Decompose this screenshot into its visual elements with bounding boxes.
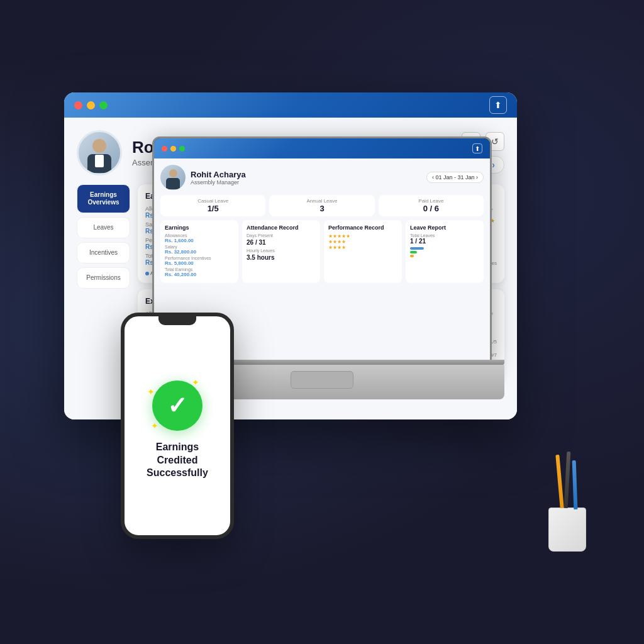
laptop-attendance-card: Attendance Record Days Present 26 / 31 H…: [242, 220, 320, 283]
laptop-leave-bars: [410, 247, 479, 257]
laptop-close-dot: [162, 146, 167, 152]
sidebar-item-earnings[interactable]: Earnings Overviews: [77, 184, 130, 213]
sparkle-icon: ✦: [192, 377, 199, 387]
window-controls: [74, 101, 108, 109]
close-dot[interactable]: [74, 101, 82, 109]
laptop-maximize-dot: [179, 146, 185, 152]
phone-content: ✓ ✦ ✦ ✦ EarningsCreditedSuccessfully: [125, 325, 230, 535]
sidebar-item-incentives[interactable]: Incentives: [77, 242, 130, 264]
laptop-profile-left: Rohit Acharya Assembly Manager: [160, 165, 246, 190]
list-item: Allowances Rs. 1,600.00: [165, 233, 234, 243]
laptop-share-icon: ⬆: [472, 143, 482, 153]
list-item: Casual Leave 1/5: [160, 195, 265, 216]
laptop-titlebar: ⬆: [154, 138, 490, 158]
laptop-performance-card: Performance Record ★★★★★ ★★★★ ★★★★: [324, 220, 402, 283]
phone: ✓ ✦ ✦ ✦ EarningsCreditedSuccessfully: [121, 313, 234, 539]
sidebar-item-leaves[interactable]: Leaves: [77, 217, 130, 238]
sparkle-icon: ✦: [147, 387, 155, 397]
laptop-profile-info: Rohit Acharya Assembly Manager: [191, 170, 246, 186]
list-item: Paid Leave 0 / 6: [379, 195, 484, 216]
laptop-avatar: [160, 165, 186, 190]
pencil-yellow: [555, 455, 564, 508]
cup: [548, 508, 586, 552]
phone-message: EarningsCreditedSuccessfully: [147, 441, 208, 480]
laptop-minimize-dot: [170, 146, 176, 152]
laptop-profile-title: Assembly Manager: [191, 179, 246, 186]
laptop-date-range: ‹ 01 Jan - 31 Jan ›: [426, 172, 484, 183]
list-item: Performance Incentives Rs. 5,800.00: [165, 256, 234, 266]
list-item: Annual Leave 3: [269, 195, 374, 216]
share-icon[interactable]: ⬆: [489, 96, 507, 114]
pencil-dark: [564, 452, 571, 508]
browser-titlebar: ⬆: [64, 92, 517, 118]
pencil-blue: [572, 460, 578, 509]
minimize-dot[interactable]: [87, 101, 95, 109]
list-item: Salary Rs. 32,800.00: [165, 245, 234, 255]
laptop-profile-name: Rohit Acharya: [191, 170, 246, 179]
sparkle-icon: ✦: [151, 421, 158, 431]
laptop-profile-row: Rohit Acharya Assembly Manager ‹ 01 Jan …: [160, 165, 484, 190]
laptop-perf-stars: ★★★★★: [328, 233, 397, 239]
laptop-leave-stats: Casual Leave 1/5 Annual Leave 3 Paid Lea…: [160, 195, 484, 216]
phone-notch: [158, 316, 196, 325]
laptop-cards: Earnings Allowances Rs. 1,600.00 Salary …: [160, 220, 484, 283]
maximize-dot[interactable]: [99, 101, 108, 109]
laptop-leave-report-card: Leave Report Total Leaves 1 / 21: [406, 220, 484, 283]
avatar: [77, 130, 122, 175]
sidebar-item-permissions[interactable]: Permissions: [77, 267, 130, 289]
list-item: Total Earnings Rs. 40,200.00: [165, 267, 234, 277]
success-icon: ✓ ✦ ✦ ✦: [152, 380, 203, 431]
laptop-window-controls: [162, 146, 185, 152]
laptop-earnings-card: Earnings Allowances Rs. 1,600.00 Salary …: [160, 220, 238, 283]
pencil-cup: [542, 508, 592, 552]
